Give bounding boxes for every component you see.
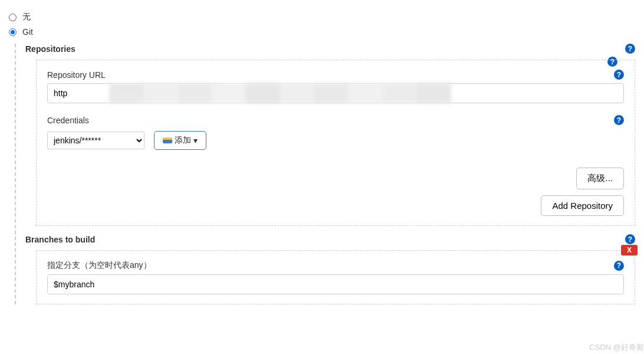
redacted-overlay <box>109 83 451 103</box>
git-config-body: Repositories ? Repository URL ? Credenti… <box>15 44 635 304</box>
help-icon[interactable]: ? <box>614 70 624 80</box>
repo-url-label: Repository URL <box>47 70 106 80</box>
advanced-button[interactable]: 高级... <box>576 168 624 189</box>
credentials-select[interactable]: jenkins/****** <box>47 132 144 149</box>
repositories-title: Repositories <box>25 44 75 54</box>
repositories-section: Repositories ? Repository URL ? Credenti… <box>25 44 635 226</box>
branches-title: Branches to build <box>25 235 95 244</box>
help-icon[interactable]: ? <box>614 261 624 271</box>
add-label: 添加 <box>175 135 191 146</box>
branch-specifier-label: 指定分支（为空时代表any） <box>47 260 152 271</box>
key-icon <box>163 137 172 143</box>
scm-option-none[interactable]: 无 <box>9 12 635 22</box>
help-icon[interactable]: ? <box>625 44 635 54</box>
caret-down-icon: ▾ <box>193 136 198 145</box>
branches-section: Branches to build ? X 指定分支（为空时代表any） ? <box>25 234 635 304</box>
add-credentials-button[interactable]: 添加 ▾ <box>154 131 206 150</box>
watermark: CSDN @好奇新 <box>589 342 644 353</box>
help-icon[interactable]: ? <box>625 234 635 244</box>
delete-branch-button[interactable]: X <box>621 245 638 255</box>
help-icon[interactable]: ? <box>614 115 624 125</box>
scm-option-git[interactable]: Git ? <box>9 27 635 37</box>
scm-none-label: 无 <box>22 12 31 22</box>
scm-git-label: Git <box>22 27 33 37</box>
repository-entry: Repository URL ? Credentials ? jenkins/*… <box>36 60 635 226</box>
radio-git-icon <box>9 28 17 36</box>
radio-none-icon <box>9 14 17 21</box>
branch-specifier-entry: X 指定分支（为空时代表any） ? <box>36 250 635 304</box>
add-repository-button[interactable]: Add Repository <box>541 195 624 216</box>
branch-specifier-input[interactable] <box>47 274 624 294</box>
credentials-label: Credentials <box>47 116 89 125</box>
